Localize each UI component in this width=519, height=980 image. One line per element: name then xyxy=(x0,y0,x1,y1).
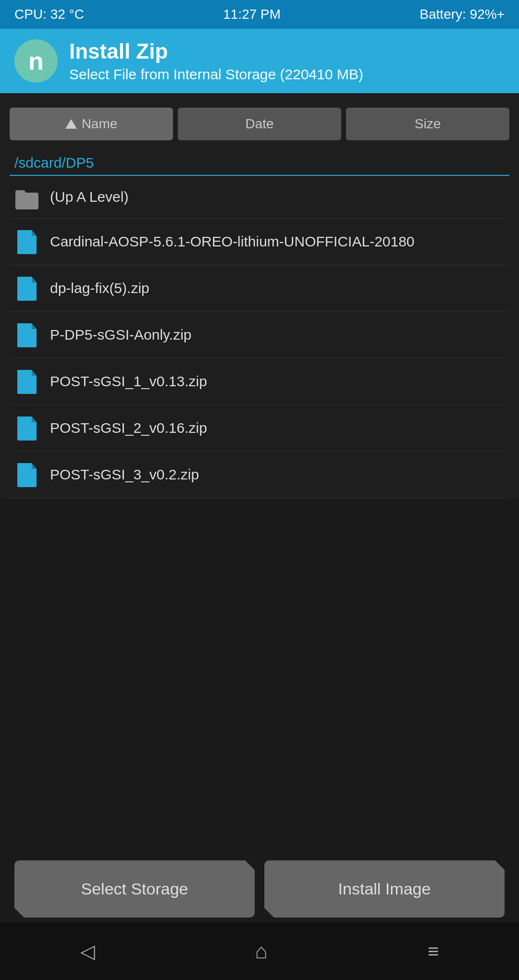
header-title: Install Zip xyxy=(69,39,363,63)
file-name: Cardinal-AOSP-5.6.1-OREO-lithium-UNOFFIC… xyxy=(50,233,415,250)
list-item[interactable]: POST-sGSI_1_v0.13.zip xyxy=(10,358,509,405)
sort-date-label: Date xyxy=(245,116,273,132)
time-status: 11:27 PM xyxy=(223,7,281,22)
menu-button[interactable]: ≡ xyxy=(428,941,439,962)
sort-bar: Name Date Size xyxy=(10,108,509,140)
list-item[interactable]: Cardinal-AOSP-5.6.1-OREO-lithium-UNOFFIC… xyxy=(10,219,509,265)
list-item[interactable]: (Up A Level) xyxy=(10,176,509,219)
app-icon: n xyxy=(14,39,58,83)
file-icon xyxy=(14,416,39,441)
select-storage-button[interactable]: Select Storage xyxy=(14,860,255,918)
list-item[interactable]: POST-sGSI_2_v0.16.zip xyxy=(10,405,509,452)
sort-size-button[interactable]: Size xyxy=(346,108,509,140)
cpu-status: CPU: 32 °C xyxy=(14,7,84,22)
file-name: dp-lag-fix(5).zip xyxy=(50,280,149,296)
menu-icon: ≡ xyxy=(428,941,439,962)
file-icon xyxy=(14,369,39,394)
file-icon xyxy=(14,462,39,487)
file-name: P-DP5-sGSI-Aonly.zip xyxy=(50,327,192,343)
sort-name-label: Name xyxy=(82,116,118,132)
sort-triangle-icon xyxy=(65,119,77,129)
bottom-buttons: Select Storage Install Image xyxy=(0,860,519,918)
sort-date-button[interactable]: Date xyxy=(178,108,341,140)
file-name: POST-sGSI_3_v0.2.zip xyxy=(50,466,199,483)
file-icon xyxy=(14,276,39,301)
folder-icon xyxy=(14,186,39,208)
sort-name-button[interactable]: Name xyxy=(10,108,173,140)
home-button[interactable]: ⌂ xyxy=(255,939,268,963)
back-icon: ◁ xyxy=(80,940,95,962)
list-item[interactable]: dp-lag-fix(5).zip xyxy=(10,265,509,312)
file-icon xyxy=(14,322,39,347)
file-list: (Up A Level) Cardinal-AOSP-5.6.1-OREO-li… xyxy=(10,176,509,498)
status-bar: CPU: 32 °C 11:27 PM Battery: 92%+ xyxy=(0,0,519,29)
sort-size-label: Size xyxy=(415,116,441,132)
home-icon: ⌂ xyxy=(255,939,268,963)
file-name: (Up A Level) xyxy=(50,189,128,205)
battery-status: Battery: 92%+ xyxy=(420,7,505,22)
header-text: Install Zip Select File from Internal St… xyxy=(69,39,363,83)
back-button[interactable]: ◁ xyxy=(80,940,95,962)
install-image-button[interactable]: Install Image xyxy=(264,860,505,918)
file-name: POST-sGSI_1_v0.13.zip xyxy=(50,373,207,390)
list-item[interactable]: P-DP5-sGSI-Aonly.zip xyxy=(10,312,509,358)
nav-bar: ◁ ⌂ ≡ xyxy=(0,922,519,980)
current-path: /sdcard/DP5 xyxy=(10,150,509,176)
app-icon-letter: n xyxy=(28,47,44,75)
file-name: POST-sGSI_2_v0.16.zip xyxy=(50,420,207,436)
list-item[interactable]: POST-sGSI_3_v0.2.zip xyxy=(10,452,509,498)
main-content: Name Date Size /sdcard/DP5 (Up A Level) xyxy=(0,93,519,498)
header: n Install Zip Select File from Internal … xyxy=(0,29,519,93)
header-subtitle: Select File from Internal Storage (22041… xyxy=(69,66,363,83)
file-icon xyxy=(14,229,39,254)
